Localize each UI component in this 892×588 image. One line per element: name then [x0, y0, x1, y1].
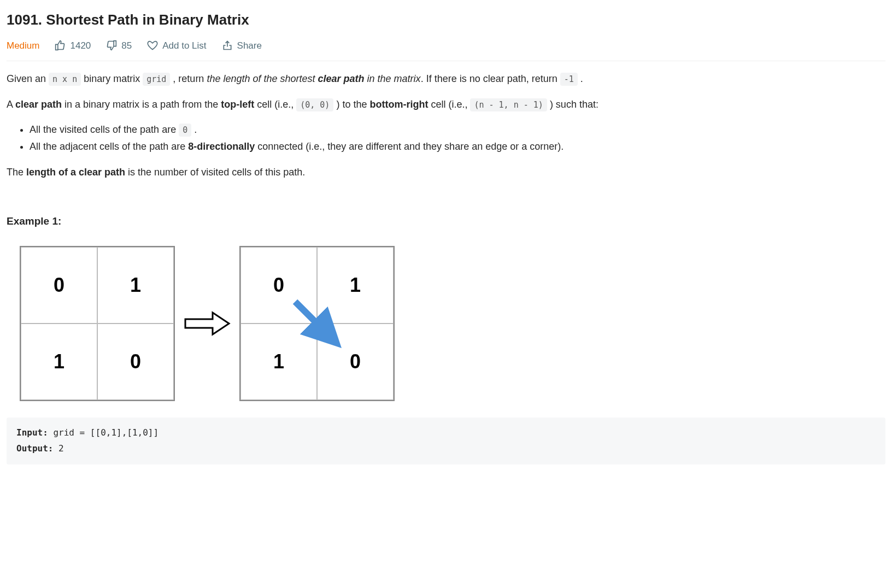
- example-io: Input: grid = [[0,1],[1,0]] Output: 2: [7, 418, 885, 464]
- text: is the number of visited cells of this p…: [125, 167, 305, 178]
- add-to-list-label: Add to List: [162, 38, 206, 53]
- text: binary matrix: [81, 73, 143, 84]
- matrix-cell: 0: [21, 247, 97, 324]
- text: top-left: [221, 99, 254, 110]
- text: Given an: [7, 73, 49, 84]
- thumbs-up-icon: [55, 40, 66, 51]
- output-label: Output:: [16, 443, 53, 454]
- text: connected (i.e., they are different and …: [255, 141, 564, 152]
- rules-list: All the visited cells of the path are 0 …: [7, 122, 885, 155]
- matrix-cell: 1: [240, 324, 317, 400]
- heart-icon: [147, 40, 158, 51]
- code-nxn: n x n: [49, 73, 81, 86]
- matrix-after: 0 1 1 0: [239, 246, 395, 401]
- output-value: 2: [53, 443, 63, 454]
- text: bottom-right: [369, 99, 428, 110]
- text: All the visited cells of the path are: [30, 124, 179, 135]
- text: The: [7, 167, 26, 178]
- text: in a binary matrix is a path from the: [62, 99, 221, 110]
- example-heading: Example 1:: [7, 213, 885, 230]
- text: ) such that:: [547, 99, 598, 110]
- meta-row: Medium 1420 85 Add to List Share: [7, 38, 885, 61]
- paragraph-3: The length of a clear path is the number…: [7, 164, 885, 180]
- matrix-cell: 0: [317, 324, 394, 400]
- matrix-cell: 1: [21, 324, 97, 400]
- thumbs-down-icon: [106, 40, 117, 51]
- share-button[interactable]: Share: [222, 38, 262, 53]
- text: clear path: [318, 73, 365, 84]
- add-to-list-button[interactable]: Add to List: [147, 38, 206, 53]
- example-diagram: 0 1 1 0 0 1 1 0: [20, 246, 885, 401]
- downvote-button[interactable]: 85: [106, 38, 132, 53]
- text: . If there is no clear path, return: [421, 73, 560, 84]
- matrix-cell: 0: [97, 324, 174, 400]
- text: in the matrix: [365, 73, 421, 84]
- input-value: grid = [[0,1],[1,0]]: [48, 427, 159, 438]
- text: cell (i.e.,: [254, 99, 296, 110]
- text: the length of the shortest: [207, 73, 318, 84]
- text: 8-directionally: [188, 141, 255, 152]
- code-grid: grid: [143, 73, 170, 86]
- matrix-before: 0 1 1 0: [20, 246, 175, 401]
- code-n1: (n - 1, n - 1): [470, 98, 547, 111]
- share-label: Share: [237, 38, 262, 53]
- matrix-cell: 1: [317, 247, 394, 324]
- text: All the adjacent cells of the path are: [30, 141, 188, 152]
- difficulty-badge: Medium: [7, 38, 39, 53]
- text: .: [191, 124, 197, 135]
- text: ) to the: [333, 99, 369, 110]
- text: clear path: [15, 99, 62, 110]
- upvote-button[interactable]: 1420: [55, 38, 91, 53]
- code-0: 0: [179, 124, 191, 137]
- text: cell (i.e.,: [428, 99, 470, 110]
- matrix-cell: 0: [240, 247, 317, 324]
- input-label: Input:: [16, 427, 48, 438]
- upvote-count: 1420: [70, 38, 91, 53]
- paragraph-1: Given an n x n binary matrix grid , retu…: [7, 71, 885, 87]
- problem-title: 1091. Shortest Path in Binary Matrix: [7, 9, 885, 32]
- text: .: [578, 73, 583, 84]
- code-00: (0, 0): [296, 98, 333, 111]
- code-neg1: -1: [560, 73, 578, 86]
- share-icon: [222, 40, 233, 51]
- list-item: All the visited cells of the path are 0 …: [30, 122, 885, 138]
- paragraph-2: A clear path in a binary matrix is a pat…: [7, 97, 885, 113]
- text: , return: [170, 73, 207, 84]
- list-item: All the adjacent cells of the path are 8…: [30, 139, 885, 155]
- text: A: [7, 99, 15, 110]
- matrix-cell: 1: [97, 247, 174, 324]
- downvote-count: 85: [121, 38, 132, 53]
- text: length of a clear path: [26, 167, 125, 178]
- arrow-right-icon: [183, 307, 232, 340]
